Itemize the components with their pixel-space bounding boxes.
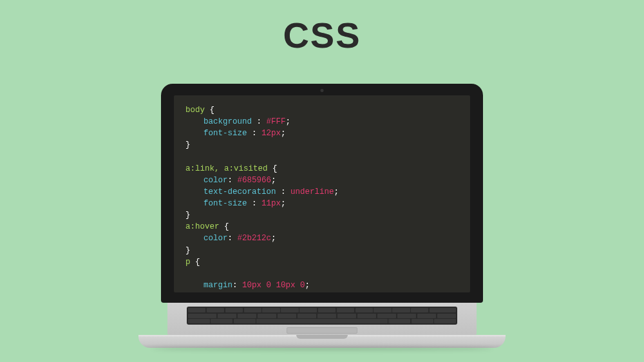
code-declaration-line: font-size : 11px; (185, 198, 459, 209)
code-declaration-line: text-decoration : underline; (185, 186, 459, 198)
code-blank-line (185, 151, 459, 163)
code-selector-line: p { (185, 256, 459, 268)
code-close-brace: } (185, 245, 459, 256)
code-selector-line: body { (185, 104, 459, 116)
code-selector-line: a:link, a:visited { (185, 163, 459, 175)
code-declaration-line: padding: 10px 0 10px 0; (185, 291, 459, 292)
laptop-illustration: body {background : #FFF;font-size : 12px… (138, 84, 506, 348)
laptop-keyboard (187, 307, 457, 325)
code-declaration-line: font-size : 12px; (185, 128, 459, 139)
code-declaration-line: margin: 10px 0 10px 0; (185, 280, 459, 291)
code-close-brace: } (185, 209, 459, 221)
laptop-screen-bezel: body {background : #FFF;font-size : 12px… (161, 84, 483, 303)
code-declaration-line: background : #FFF; (185, 116, 459, 128)
page-title: CSS (0, 14, 644, 56)
code-declaration-line: color: #2b212c; (185, 233, 459, 244)
laptop-trackpad (287, 327, 357, 334)
laptop-keyboard-deck (167, 303, 477, 335)
code-declaration-line: color: #685966; (185, 175, 459, 186)
laptop-notch (296, 335, 348, 339)
laptop-base (138, 335, 506, 348)
code-close-brace: } (185, 139, 459, 151)
code-editor-screen: body {background : #FFF;font-size : 12px… (174, 95, 470, 292)
code-blank-line (185, 268, 459, 280)
camera-icon (321, 89, 324, 92)
code-selector-line: a:hover { (185, 221, 459, 233)
